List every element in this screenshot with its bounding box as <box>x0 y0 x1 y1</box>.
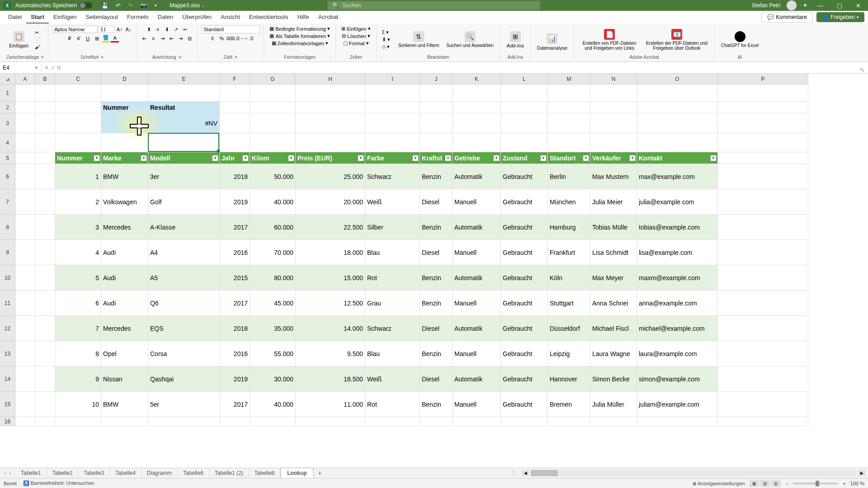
cell[interactable] <box>718 240 808 265</box>
decrease-indent-icon[interactable]: ⇤ <box>167 34 175 42</box>
cell[interactable]: 2019 <box>220 366 250 392</box>
cell[interactable] <box>548 417 590 426</box>
cell[interactable]: Gebraucht <box>501 265 548 291</box>
col-header-P[interactable]: P <box>718 74 808 84</box>
cell[interactable] <box>15 215 35 240</box>
cell[interactable] <box>220 417 250 426</box>
filter-button[interactable]: ▾ <box>358 155 364 161</box>
zoom-level[interactable]: 100 % <box>850 481 864 486</box>
share-button[interactable]: 👤 Freigeben ▾ <box>816 12 864 22</box>
cell[interactable]: BMW <box>101 392 148 417</box>
cell[interactable]: Gebraucht <box>501 341 548 366</box>
cell[interactable]: Max Mustern <box>590 164 637 189</box>
cell[interactable]: Grau <box>365 291 420 316</box>
filter-button[interactable]: ▾ <box>710 155 717 161</box>
cell[interactable]: Hannover <box>548 366 590 392</box>
cell[interactable] <box>15 240 35 265</box>
cell[interactable] <box>637 113 718 133</box>
undo-icon[interactable]: ↶ <box>113 1 123 10</box>
cell[interactable] <box>35 102 55 113</box>
tab-datei[interactable]: Datei <box>4 11 26 23</box>
cell[interactable]: 3er <box>148 164 220 189</box>
filter-button[interactable]: ▾ <box>412 155 419 161</box>
cell[interactable]: Modell▾ <box>148 152 220 164</box>
page-layout-view-icon[interactable]: ▤ <box>760 480 770 487</box>
filter-button[interactable]: ▾ <box>141 155 147 161</box>
cell[interactable]: Weiß <box>365 189 420 215</box>
cell[interactable] <box>637 133 718 152</box>
cell[interactable]: 9.500 <box>296 341 365 366</box>
format-cells-button[interactable]: ▢ Format ▾ <box>341 40 371 47</box>
launcher-icon[interactable]: ⬊ <box>41 55 44 60</box>
cell[interactable] <box>718 265 808 291</box>
row-header-14[interactable]: 14 <box>0 366 15 392</box>
clear-icon[interactable]: ◇ ▾ <box>380 43 392 50</box>
row-header-6[interactable]: 6 <box>0 164 15 189</box>
cell[interactable]: Nummer▾ <box>55 152 101 164</box>
row-header-15[interactable]: 15 <box>0 392 15 417</box>
cell[interactable]: 2018 <box>220 316 250 341</box>
cell[interactable] <box>101 133 148 152</box>
cell[interactable]: 14.000 <box>296 316 365 341</box>
cell[interactable]: Gebraucht <box>501 392 548 417</box>
cell[interactable] <box>420 84 453 102</box>
tab-entwicklertools[interactable]: Entwicklertools <box>245 11 293 23</box>
format-as-table-button[interactable]: ▦ Als Tabelle formatieren ▾ <box>268 33 332 39</box>
align-middle-icon[interactable]: ≡ <box>154 25 162 33</box>
row-header-13[interactable]: 13 <box>0 341 15 366</box>
col-header-L[interactable]: L <box>501 74 548 84</box>
cell[interactable]: Berlin <box>548 164 590 189</box>
cell[interactable]: Nissan <box>101 366 148 392</box>
col-header-B[interactable]: B <box>35 74 55 84</box>
row-header-16[interactable]: 16 <box>0 417 15 426</box>
format-painter-icon[interactable]: 🖌 <box>33 44 43 50</box>
sheet-nav-prev-icon[interactable]: ‹ <box>5 470 6 476</box>
cell[interactable]: Gebraucht <box>501 240 548 265</box>
cells-area[interactable]: NummerResultat#NVNummer▾Marke▾Modell▾Jah… <box>15 84 808 426</box>
cell[interactable]: Bremen <box>548 392 590 417</box>
cell[interactable]: Benzin <box>420 291 453 316</box>
cell[interactable] <box>501 417 548 426</box>
filter-button[interactable]: ▾ <box>583 155 589 161</box>
cell-styles-button[interactable]: ▦ Zellenformatvorlagen ▾ <box>270 40 330 47</box>
align-bottom-icon[interactable]: ⬇ <box>163 25 171 33</box>
zoom-slider[interactable] <box>793 483 838 484</box>
cell[interactable]: Rot <box>365 392 420 417</box>
cell[interactable]: 2018 <box>220 164 250 189</box>
cell[interactable]: 60.000 <box>250 215 296 240</box>
cell[interactable] <box>15 366 35 392</box>
cell[interactable] <box>548 133 590 152</box>
cell[interactable]: Silber <box>365 215 420 240</box>
cell[interactable]: 2017 <box>220 291 250 316</box>
scroll-left-icon[interactable]: ◀ <box>522 470 529 476</box>
cell[interactable]: max@example.com <box>637 164 718 189</box>
cell[interactable]: 55.000 <box>250 341 296 366</box>
cell[interactable]: lisa@example.com <box>637 240 718 265</box>
cell[interactable]: Stuttgart <box>548 291 590 316</box>
cell[interactable] <box>718 102 808 113</box>
cell[interactable]: Volkswagen <box>101 189 148 215</box>
font-name-input[interactable] <box>52 26 97 33</box>
normal-view-icon[interactable]: ▦ <box>750 480 760 487</box>
cell[interactable] <box>420 417 453 426</box>
cell[interactable] <box>296 102 365 113</box>
cell[interactable]: Audi <box>101 240 148 265</box>
cut-icon[interactable]: ✂ <box>33 29 43 36</box>
cell[interactable]: Michael Fiscl <box>590 316 637 341</box>
cell[interactable]: Benzin <box>420 164 453 189</box>
save-icon[interactable]: 💾 <box>99 1 111 10</box>
font-size-input[interactable] <box>98 26 114 33</box>
cell[interactable] <box>15 316 35 341</box>
cell[interactable] <box>718 366 808 392</box>
increase-decimal-icon[interactable]: .0→ <box>236 34 244 42</box>
cell[interactable] <box>718 152 808 164</box>
cell[interactable]: 35.000 <box>250 316 296 341</box>
cell[interactable]: Hamburg <box>548 215 590 240</box>
cell[interactable] <box>453 102 501 113</box>
enter-formula-icon[interactable]: ✓ <box>51 65 55 71</box>
filter-button[interactable]: ▾ <box>540 155 547 161</box>
cell[interactable]: Mercedes <box>101 215 148 240</box>
cell[interactable] <box>590 84 637 102</box>
cell[interactable] <box>718 84 808 102</box>
cell[interactable]: 25.000 <box>296 164 365 189</box>
